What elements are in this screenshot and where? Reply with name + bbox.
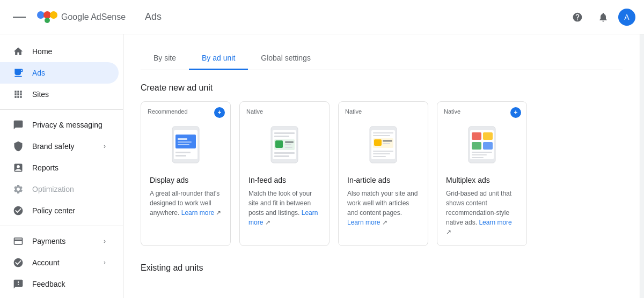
sidebar-label-policy-center: Policy center [32, 206, 106, 215]
card-multiplex-ads[interactable]: Native + [437, 101, 527, 246]
sidebar-divider-2 [0, 226, 123, 226]
svg-rect-14 [274, 132, 295, 134]
expand-payments-icon: › [104, 237, 106, 245]
card-display-img [150, 121, 222, 169]
card-in-article-title: In-article ads [347, 176, 419, 184]
existing-section-title: Existing ad units [141, 263, 623, 273]
sidebar: Home Ads Sites [0, 34, 123, 298]
sidebar-item-optimization[interactable]: Optimization [0, 178, 119, 200]
sites-icon [13, 89, 24, 100]
expand-icon: › [104, 143, 106, 150]
sidebar-label-home: Home [32, 47, 106, 56]
card-in-article-ads[interactable]: Native [338, 101, 428, 246]
sidebar-item-account[interactable]: Account › [0, 252, 119, 273]
svg-rect-33 [373, 156, 386, 157]
card-in-feed-desc: Match the look of your site and fit in b… [248, 189, 320, 227]
svg-rect-19 [285, 144, 291, 145]
card-display-learn-more[interactable]: Learn more [181, 209, 214, 217]
card-multiplex-learn-more[interactable]: Learn more [479, 219, 511, 226]
sidebar-item-reports[interactable]: Reports [0, 157, 119, 178]
svg-rect-18 [285, 141, 294, 143]
ads-icon [13, 68, 24, 78]
tab-by-ad-unit[interactable]: By ad unit [189, 47, 248, 70]
sidebar-label-privacy-messaging: Privacy & messaging [32, 121, 106, 129]
sidebar-item-home[interactable]: Home [0, 41, 119, 62]
svg-point-2 [50, 11, 57, 19]
menu-button[interactable] [9, 6, 30, 28]
card-multiplex-new-badge: + [510, 107, 521, 118]
privacy-icon [13, 120, 24, 130]
brand-safety-icon [13, 141, 24, 152]
svg-rect-32 [373, 153, 390, 154]
help-button[interactable] [567, 6, 588, 28]
svg-rect-28 [374, 139, 382, 146]
card-in-feed-ads[interactable]: Native [239, 101, 330, 246]
reports-icon [13, 162, 24, 173]
card-multiplex-badge: Native [444, 108, 460, 115]
feedback-icon [13, 279, 24, 289]
svg-rect-22 [274, 155, 289, 157]
svg-rect-31 [373, 151, 393, 152]
card-in-feed-badge: Native [246, 108, 263, 115]
card-display-title: Display ads [150, 176, 222, 184]
empty-state [141, 281, 623, 298]
card-display-ads[interactable]: Recommended + [141, 101, 231, 246]
ad-unit-cards: Recommended + [141, 101, 623, 246]
expand-account-icon: › [104, 259, 106, 266]
sidebar-label-ads: Ads [32, 69, 106, 77]
policy-icon [13, 205, 24, 216]
svg-point-0 [37, 11, 45, 19]
card-in-article-learn-more[interactable]: Learn more [347, 219, 380, 226]
scrollbar [640, 34, 644, 298]
svg-rect-17 [275, 140, 283, 148]
sidebar-item-privacy-messaging[interactable]: Privacy & messaging [0, 114, 119, 136]
svg-rect-25 [373, 132, 393, 133]
header-right: A [567, 6, 635, 28]
logo-dots [36, 11, 58, 24]
card-in-feed-title: In-feed ads [248, 176, 320, 184]
sidebar-divider-1 [0, 109, 123, 110]
svg-rect-30 [383, 143, 390, 144]
header-left: Google AdSense Ads [9, 6, 162, 28]
sidebar-label-account: Account [32, 258, 95, 267]
sidebar-label-feedback: Feedback [32, 280, 106, 288]
sidebar-item-brand-safety[interactable]: Brand safety › [0, 136, 119, 157]
sidebar-item-payments[interactable]: Payments › [0, 230, 119, 252]
sidebar-label-payments: Payments [32, 237, 95, 245]
card-multiplex-img [446, 121, 518, 169]
card-in-feed-img [248, 121, 320, 169]
tab-global-settings[interactable]: Global settings [248, 47, 324, 70]
card-display-badge: Recommended [148, 108, 188, 115]
main-content: By site By ad unit Global settings Creat… [123, 34, 640, 298]
account-icon [13, 257, 24, 268]
sidebar-label-reports: Reports [32, 163, 106, 172]
sidebar-item-ads[interactable]: Ads [0, 62, 119, 84]
card-in-feed-learn-more[interactable]: Learn more [248, 209, 318, 226]
notifications-button[interactable] [592, 6, 614, 28]
svg-rect-39 [483, 142, 493, 150]
svg-rect-38 [472, 142, 481, 150]
avatar[interactable]: A [618, 9, 635, 26]
optimization-icon [13, 184, 24, 195]
svg-rect-7 [175, 152, 191, 153]
svg-rect-37 [483, 132, 493, 140]
svg-rect-20 [285, 147, 292, 148]
sidebar-nav: Home Ads Sites [0, 41, 123, 295]
svg-rect-10 [178, 141, 192, 143]
sidebar-label-optimization: Optimization [32, 185, 106, 193]
svg-rect-9 [178, 138, 187, 140]
sidebar-item-sites[interactable]: Sites [0, 84, 119, 105]
card-display-desc: A great all-rounder that's designed to w… [150, 189, 222, 218]
card-display-new-badge: + [214, 107, 225, 118]
card-multiplex-title: Multiplex ads [446, 176, 518, 184]
tabs: By site By ad unit Global settings [141, 47, 623, 70]
payments-icon [13, 236, 24, 247]
svg-rect-8 [175, 155, 186, 157]
sidebar-item-policy-center[interactable]: Policy center [0, 200, 119, 221]
sidebar-label-brand-safety: Brand safety [32, 142, 95, 151]
svg-rect-29 [383, 140, 392, 141]
svg-point-1 [43, 11, 51, 19]
home-icon [13, 46, 24, 57]
sidebar-item-feedback[interactable]: Feedback [0, 273, 119, 295]
tab-by-site[interactable]: By site [141, 47, 189, 70]
